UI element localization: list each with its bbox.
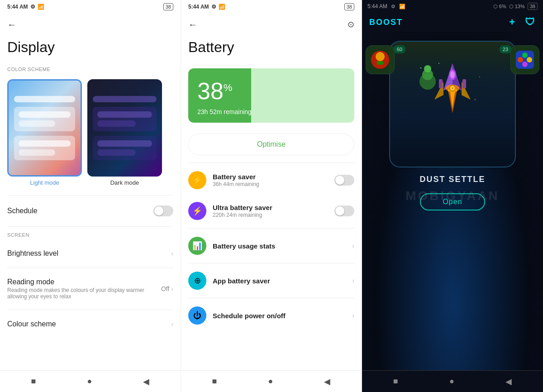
settings-icon-battery[interactable]: ⊙: [348, 19, 354, 29]
bottom-nav-battery: ■ ● ◀: [181, 370, 362, 392]
dark-card-2: [93, 136, 157, 160]
thumb-card-2: [14, 136, 75, 160]
open-button[interactable]: Open: [420, 193, 485, 210]
schedule-power-row[interactable]: ⏻ Schedule power on/off ›: [181, 300, 362, 331]
status-time-display: 5:44 AM ⚙ 📶: [7, 4, 44, 10]
app-saver-info: App battery saver: [213, 277, 346, 285]
corner-badge-tl: 60: [394, 45, 405, 53]
battery-box-display: 38: [163, 3, 173, 10]
plus-icon[interactable]: +: [509, 16, 516, 28]
battery-bar-container: 38% 23h 52m remaining: [188, 68, 354, 123]
usage-stats-title: Battery usage stats: [213, 242, 346, 250]
light-mode-thumb[interactable]: [7, 79, 82, 177]
battery-divider-4: [188, 298, 354, 298]
thumb-card-1: [14, 107, 75, 131]
app-saver-title: App battery saver: [213, 277, 346, 285]
time-display: 5:44 AM: [7, 4, 28, 10]
dark-bar-5: [97, 149, 136, 156]
section-label-color: COLOR SCHEME: [0, 63, 181, 76]
dark-mode-thumb[interactable]: [87, 79, 162, 177]
app-saver-chevron: ›: [352, 277, 354, 284]
battery-remaining-text: 23h 52m remaining: [197, 108, 252, 115]
ultra-saver-title: Ultra battery saver: [213, 204, 328, 211]
colour-scheme-row[interactable]: Colour scheme ›: [0, 312, 181, 336]
time-battery: 5:44 AM: [188, 4, 209, 10]
game-card-inner: 60 23: [390, 42, 515, 167]
ultra-saver-row[interactable]: ⚡ Ultra battery saver 220h 24m remaining: [181, 196, 362, 226]
nav-square-game[interactable]: ■: [393, 377, 398, 386]
game-battery-info: ⬡ 6% ⬡ 13% 38: [493, 3, 538, 10]
signal-icon: 📶: [38, 4, 44, 10]
svg-point-11: [475, 99, 476, 100]
schedule-power-icon: ⏻: [188, 306, 206, 325]
back-button-battery[interactable]: ←: [188, 19, 197, 30]
gear-icon-battery: ⚙: [211, 4, 216, 10]
reading-mode-row[interactable]: Reading mode Reading mode makes the colo…: [0, 270, 181, 308]
battery-divider-1: [188, 163, 354, 163]
nav-top-display: ←: [0, 14, 181, 35]
game-panel: 5:44 AM ⚙ 📶 ⬡ 6% ⬡ 13% 38 BOOST + 🛡: [362, 0, 543, 392]
battery-saver-icon: ⚡: [188, 171, 206, 189]
corner-badge-tr: 23: [500, 45, 511, 53]
dark-card-1: [93, 107, 157, 131]
svg-point-14: [424, 65, 431, 72]
schedule-label: Schedule: [7, 207, 153, 215]
battery-number: 38: [197, 78, 224, 104]
thumb-bar-4: [19, 140, 71, 147]
nav-top-battery: ← ⊙: [181, 14, 362, 35]
nav-circle-game[interactable]: ●: [449, 377, 454, 386]
nav-circle-display[interactable]: ●: [87, 377, 92, 386]
shield-game-icon[interactable]: 🛡: [525, 16, 536, 28]
schedule-power-chevron: ›: [352, 312, 354, 319]
svg-rect-29: [462, 79, 466, 88]
usage-stats-info: Battery usage stats: [213, 242, 346, 250]
dark-bar-4: [97, 140, 152, 147]
status-time-battery: 5:44 AM ⚙ 📶: [188, 4, 225, 10]
app-saver-icon: ⊕: [188, 272, 206, 290]
app-icon: ⊕: [194, 276, 201, 286]
schedule-toggle[interactable]: [153, 206, 173, 216]
nav-back-display[interactable]: ◀: [143, 377, 149, 387]
usage-stats-row[interactable]: 📊 Battery usage stats ›: [181, 230, 362, 261]
battery-saver-row[interactable]: ⚡ Battery saver 36h 44m remaining: [181, 165, 362, 196]
light-mode-option[interactable]: Light mode: [7, 79, 82, 186]
battery-saver-toggle[interactable]: [334, 175, 354, 186]
game-battery-bar: 38: [528, 3, 538, 10]
nav-back-game[interactable]: ◀: [505, 377, 512, 387]
nav-square-battery[interactable]: ■: [212, 377, 217, 386]
boost-bar: BOOST + 🛡: [362, 13, 543, 32]
section-label-screen: SCREEN: [0, 229, 181, 241]
game-status-bar: 5:44 AM ⚙ 📶 ⬡ 6% ⬡ 13% 38: [362, 0, 543, 13]
game-battery-percent-2: ⬡ 13%: [509, 4, 525, 10]
boost-label: BOOST: [369, 18, 403, 27]
back-button-display[interactable]: ←: [7, 19, 16, 30]
gear-icon: ⚙: [30, 4, 35, 10]
svg-point-8: [420, 67, 422, 69]
bolt-icon: ⚡: [192, 206, 202, 216]
divider-2: [7, 226, 173, 227]
optimise-button[interactable]: Optimise: [188, 134, 354, 155]
schedule-row[interactable]: Schedule: [0, 197, 181, 225]
display-panel: 5:44 AM ⚙ 📶 38 ← Display COLOR SCHEME: [0, 0, 181, 392]
nav-circle-battery[interactable]: ●: [268, 377, 273, 386]
reading-chevron: ›: [171, 285, 173, 292]
thumb-bar-1: [14, 96, 75, 102]
status-right-display: 38: [163, 3, 173, 10]
ultra-saver-toggle[interactable]: [334, 206, 354, 216]
bottom-nav-game: ■ ● ◀: [362, 370, 543, 392]
dark-bar-3: [97, 120, 136, 127]
status-right-battery: 38: [344, 3, 354, 10]
battery-saver-sub: 36h 44m remaining: [213, 181, 328, 187]
battery-saver-title: Battery saver: [213, 173, 328, 181]
game-scroll-area: 60 23: [362, 32, 543, 370]
colour-label: Colour scheme: [7, 320, 171, 328]
nav-square-display[interactable]: ■: [31, 377, 36, 386]
svg-point-10: [438, 63, 439, 64]
nav-back-battery[interactable]: ◀: [324, 377, 330, 387]
dark-mode-option[interactable]: Dark mode: [87, 79, 162, 186]
reading-label-text: Reading mode: [7, 278, 161, 286]
brightness-row[interactable]: Brightness level ›: [0, 241, 181, 266]
app-saver-row[interactable]: ⊕ App battery saver ›: [181, 265, 362, 296]
svg-point-24: [450, 71, 455, 78]
dark-bar-2: [97, 111, 152, 118]
